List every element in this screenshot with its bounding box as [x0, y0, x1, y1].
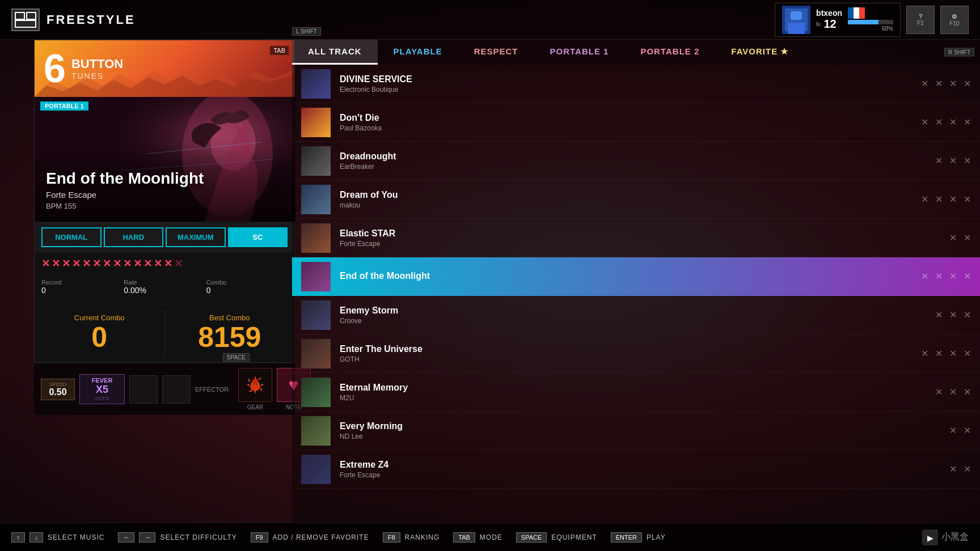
note-x-1: ✕ [41, 257, 50, 270]
note-x-13: ✕ [164, 257, 172, 270]
svg-rect-25 [301, 378, 331, 407]
note-pattern: ✕ ✕ ✕ ✕ ✕ ✕ ✕ ✕ ✕ ✕ ✕ ✕ ✕ ✕ [35, 253, 294, 274]
combo-display: Current Combo 0 Best Combo 8159 [35, 304, 294, 362]
track-name-3: Dream of You [340, 190, 921, 200]
top-bar-right: btxeon lv. 12 68% ? F1 ⚙ F10 [775, 3, 980, 37]
top-bar: FREESTYLE btxeon lv. 12 [0, 0, 980, 40]
app-title: FREESTYLE [47, 12, 136, 27]
track-item-10[interactable]: Extreme Z4Forte Escape✕✕ [292, 450, 980, 489]
track-tabs: L SHIFT ALL TRACK PLAYABLE RESPECT PORTA… [292, 40, 980, 65]
difficulty-maximum[interactable]: MAXIMUM [166, 227, 226, 247]
track-item-5[interactable]: End of the Moonlight✕✕✕✕ [292, 257, 980, 296]
track-info-4: Elastic STARForte Escape [340, 228, 949, 248]
cross-icon: ✕ [949, 271, 957, 282]
cross-icon: ✕ [964, 387, 971, 397]
space-badge: SPACE [223, 353, 250, 362]
track-item-0[interactable]: DIVINE SERVICEElectronic Boutique✕✕✕✕ [292, 65, 980, 103]
cross-icon: ✕ [949, 232, 957, 243]
tab-favorite[interactable]: FAVORITE ★ [715, 40, 804, 65]
hint-ranking: F8 RANKING [383, 532, 440, 542]
cross-icon: ✕ [921, 78, 928, 89]
track-item-2[interactable]: DreadnoughtEarBreaker✕✕✕ [292, 142, 980, 180]
rshift-badge: R SHIFT [944, 48, 974, 57]
track-info-0: DIVINE SERVICEElectronic Boutique [340, 74, 921, 94]
tab-all-track[interactable]: ALL TRACK [292, 40, 378, 65]
track-artist-6: Croove [340, 317, 935, 325]
hint-equipment: SPACE EQUIPMENT [516, 532, 597, 542]
f8-key: F8 [383, 532, 400, 542]
track-item-3[interactable]: Dream of Youmakou✕✕✕✕ [292, 180, 980, 219]
note-x-2: ✕ [52, 257, 60, 270]
gear-icon-box[interactable] [238, 368, 272, 402]
track-crosses-5: ✕✕✕✕ [921, 271, 971, 282]
bpm-label: BPM [46, 202, 62, 210]
button-type: BUTTON TUNES [71, 57, 123, 80]
svg-rect-17 [301, 69, 331, 99]
note-x-6: ✕ [92, 257, 101, 270]
difficulty-sc[interactable]: SC [228, 227, 288, 247]
track-item-8[interactable]: Eternal MemoryM2U✕✕✕ [292, 373, 980, 412]
tab-playable[interactable]: PLAYABLE [378, 40, 458, 65]
track-thumb-6 [301, 300, 331, 330]
player-level: 12 [823, 18, 836, 31]
bpm-value: 155 [64, 202, 77, 210]
cross-icon: ✕ [949, 78, 957, 89]
flag-icon [848, 7, 865, 19]
svg-rect-0 [15, 12, 24, 19]
track-item-4[interactable]: Elastic STARForte Escape✕✕ [292, 219, 980, 257]
track-item-1[interactable]: Don't DiePaul Bazooka✕✕✕✕ [292, 103, 980, 142]
cross-icon: ✕ [964, 117, 971, 128]
song-card: TAB 6 BUTTON TUNES [34, 40, 295, 363]
speed-label: SPEED [46, 382, 70, 387]
f1-key-label: F1 [917, 20, 924, 26]
f1-button[interactable]: ? F1 [906, 6, 935, 34]
track-crosses-3: ✕✕✕✕ [921, 194, 971, 205]
effector-slot-2 [162, 375, 191, 404]
logo-area: FREESTYLE [0, 9, 147, 31]
track-item-6[interactable]: Enemy StormCroove✕✕✕ [292, 296, 980, 334]
track-artist-0: Electronic Boutique [340, 86, 921, 94]
track-info-2: DreadnoughtEarBreaker [340, 151, 935, 171]
stat-record-value: 0 [41, 286, 122, 295]
song-artwork-inner: PORTABLE 1 End of the Moonlight Forte Es… [35, 97, 295, 222]
hint-favorite: F9 ADD / REMOVE FAVORITE [251, 532, 369, 542]
svg-rect-27 [301, 455, 331, 484]
track-info-7: Enter The UniverseGOTH [340, 344, 921, 363]
track-item-7[interactable]: Enter The UniverseGOTH✕✕✕✕ [292, 334, 980, 373]
gear-area: GEAR [238, 368, 272, 410]
cross-icon: ✕ [935, 78, 943, 89]
note-x-8: ✕ [113, 257, 121, 270]
button-label: BUTTON [71, 57, 123, 71]
exp-bar [848, 20, 893, 24]
logo-icon [11, 9, 40, 31]
track-thumb-0 [301, 69, 331, 99]
track-info-6: Enemy StormCroove [340, 306, 935, 325]
tab-badge: TAB [270, 46, 289, 55]
current-combo-side: Current Combo 0 [35, 304, 164, 362]
track-panel: L SHIFT ALL TRACK PLAYABLE RESPECT PORTA… [292, 40, 980, 523]
stats-row: Record 0 Rate 0.00% Combo 0 [35, 274, 294, 302]
hint-mode: TAB MODE [453, 532, 502, 542]
difficulty-hard[interactable]: HARD [104, 227, 164, 247]
difficulty-normal[interactable]: NORMAL [41, 227, 102, 247]
track-item-9[interactable]: Every MorningND Lee✕✕ [292, 412, 980, 450]
track-thumb-3 [301, 185, 331, 214]
player-lv-label: lv. [816, 21, 821, 27]
song-artist: Forte Escape [46, 190, 284, 200]
track-artist-10: Forte Escape [340, 471, 949, 479]
f10-button[interactable]: ⚙ F10 [940, 6, 969, 34]
tab-portable2[interactable]: PORTABLE 2 [624, 40, 715, 65]
cross-icon: ✕ [949, 464, 957, 474]
stat-record: Record 0 [41, 279, 122, 295]
question-icon: ? [919, 13, 922, 20]
track-info-3: Dream of Youmakou [340, 190, 921, 209]
play-label: PLAY [647, 533, 666, 541]
track-artist-7: GOTH [340, 355, 921, 363]
track-thumb-5 [301, 262, 331, 291]
cross-icon: ✕ [964, 464, 971, 474]
tab-portable1[interactable]: PORTABLE 1 [534, 40, 625, 65]
select-difficulty-label: SELECT DIFFICULTY [160, 533, 236, 541]
left-key: ← [118, 532, 134, 542]
tab-respect[interactable]: RESPECT [458, 40, 534, 65]
up-key: ↑ [11, 532, 25, 542]
